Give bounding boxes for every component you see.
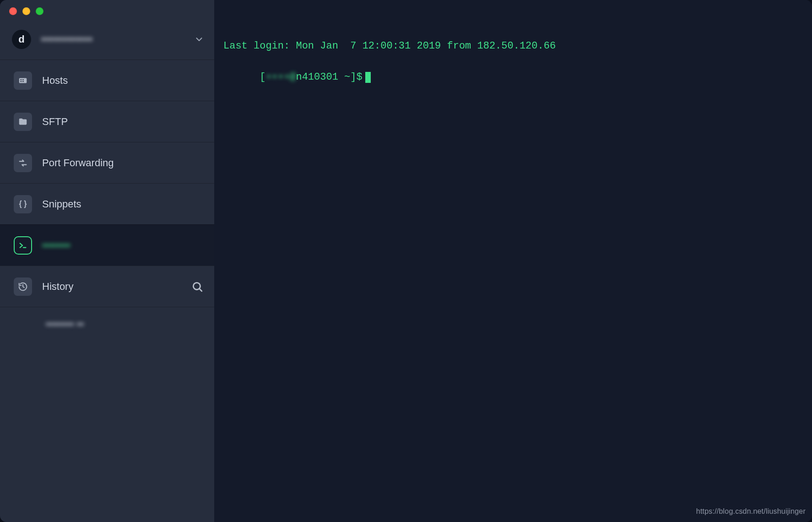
history-entry-label-obscured: •••••••• •• — [46, 318, 84, 330]
svg-rect-0 — [19, 78, 27, 83]
connection-avatar-glyph: d — [18, 33, 24, 45]
prompt-suffix: ]$ — [350, 70, 362, 85]
sidebar-nav: Hosts SFTP Port Forwarding — [0, 60, 214, 341]
search-icon[interactable] — [191, 281, 203, 293]
connection-avatar: d — [12, 30, 31, 49]
sidebar-item-label: Snippets — [42, 198, 81, 210]
port-forwarding-icon — [14, 154, 32, 172]
image-watermark: https://blog.csdn.net/liushuijinger — [696, 506, 806, 517]
prompt-space — [338, 70, 344, 85]
window-maximize-button[interactable] — [36, 7, 43, 15]
window-body: d •••••••••••• Hosts — [0, 0, 812, 522]
sidebar-item-history[interactable]: History — [0, 266, 214, 307]
sidebar-spacer — [0, 341, 214, 522]
hosts-icon — [14, 71, 32, 90]
sidebar-item-label: Hosts — [42, 75, 68, 87]
connection-name-obscured: •••••••••••• — [41, 33, 192, 46]
terminal-prompt-line: [••••@n410301 ~]$ — [260, 70, 370, 85]
connection-selector[interactable]: d •••••••••••• — [0, 19, 214, 60]
prompt-open-bracket: [ — [260, 70, 265, 85]
sidebar-item-hosts[interactable]: Hosts — [0, 60, 214, 101]
svg-rect-3 — [22, 79, 24, 80]
sidebar-item-label: SFTP — [42, 116, 68, 128]
folder-icon — [14, 113, 32, 131]
svg-rect-2 — [21, 81, 22, 82]
terminal-icon — [14, 236, 32, 255]
sidebar-item-label: Port Forwarding — [42, 157, 114, 169]
sidebar-item-active-session[interactable]: •••••••• — [0, 224, 214, 266]
svg-rect-1 — [21, 79, 22, 80]
sidebar-item-snippets[interactable]: Snippets — [0, 183, 214, 224]
chevron-down-icon[interactable] — [192, 33, 206, 46]
sidebar-item-port-forwarding[interactable]: Port Forwarding — [0, 142, 214, 183]
sidebar-item-sftp[interactable]: SFTP — [0, 101, 214, 142]
history-icon — [14, 277, 32, 296]
window-minimize-button[interactable] — [22, 7, 30, 15]
svg-line-7 — [200, 289, 202, 291]
prompt-host: n410301 — [296, 70, 338, 85]
sidebar-item-label: History — [42, 281, 73, 293]
sidebar: d •••••••••••• Hosts — [0, 0, 214, 522]
window-controls — [0, 0, 214, 19]
window-close-button[interactable] — [9, 7, 17, 15]
prompt-path: ~ — [344, 70, 350, 85]
terminal-cursor — [365, 72, 371, 83]
app-window: d •••••••••••• Hosts — [0, 0, 812, 522]
history-entry[interactable]: •••••••• •• — [0, 307, 214, 341]
svg-rect-4 — [22, 81, 24, 82]
terminal-pane[interactable]: Last login: Mon Jan 7 12:00:31 2019 from… — [214, 0, 812, 522]
terminal-last-login-line: Last login: Mon Jan 7 12:00:31 2019 from… — [223, 38, 803, 54]
snippets-icon — [14, 195, 32, 213]
sidebar-item-label-obscured: •••••••• — [42, 239, 70, 251]
prompt-user-obscured: ••••@ — [265, 70, 296, 85]
